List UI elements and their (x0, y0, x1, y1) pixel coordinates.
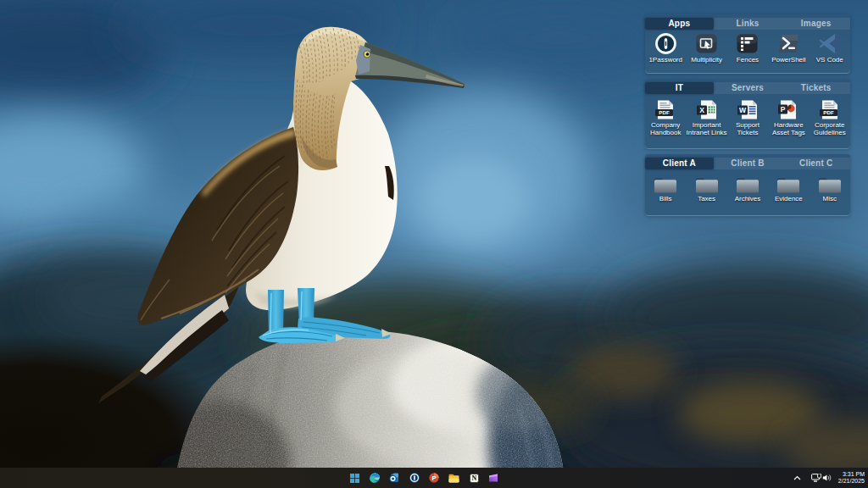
svg-text:W: W (739, 106, 747, 114)
svg-text:PDF: PDF (823, 109, 834, 115)
svg-text:PDF: PDF (659, 109, 670, 115)
svg-text:X: X (699, 106, 704, 114)
svg-text:P: P (432, 474, 437, 482)
svg-text:P: P (781, 105, 786, 114)
svg-text:N: N (471, 474, 476, 482)
